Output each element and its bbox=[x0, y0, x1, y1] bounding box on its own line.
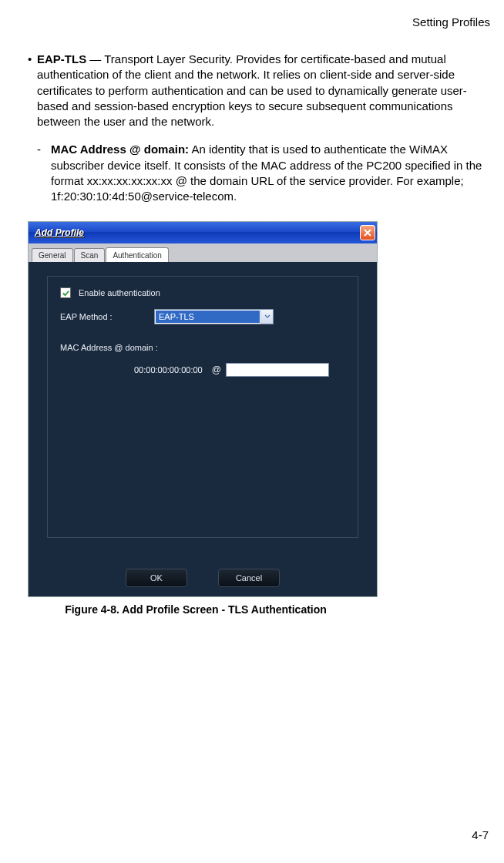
dialog-titlebar: Add Profile bbox=[29, 222, 377, 243]
at-symbol: @ bbox=[212, 364, 221, 375]
chevron-down-icon bbox=[264, 314, 270, 319]
dash-icon: - bbox=[37, 142, 51, 204]
checkmark-icon bbox=[62, 289, 70, 297]
mac-domain-label: MAC Address @ domain : bbox=[60, 343, 345, 352]
tab-authentication[interactable]: Authentication bbox=[106, 247, 168, 263]
eap-tls-term: EAP-TLS bbox=[37, 52, 86, 65]
mac-address-description: - MAC Address @ domain: An identity that… bbox=[14, 142, 490, 204]
enable-auth-checkbox[interactable] bbox=[60, 287, 71, 298]
mac-address-value: 00:00:00:00:00:00 bbox=[134, 365, 203, 374]
page-header-section: Setting Profiles bbox=[14, 15, 490, 29]
tab-scan[interactable]: Scan bbox=[74, 248, 106, 262]
dialog-title: Add Profile bbox=[35, 227, 84, 238]
dropdown-button[interactable] bbox=[260, 310, 273, 324]
auth-panel: Enable authentication EAP Method : EAP-T… bbox=[47, 276, 358, 538]
ok-button[interactable]: OK bbox=[126, 569, 187, 587]
eap-tls-description: • EAP-TLS — Transport Layer Security. Pr… bbox=[14, 52, 490, 129]
cancel-button[interactable]: Cancel bbox=[218, 569, 280, 587]
close-icon bbox=[364, 229, 371, 237]
button-row: OK Cancel bbox=[29, 562, 377, 596]
domain-input[interactable] bbox=[226, 363, 329, 377]
eap-method-value: EAP-TLS bbox=[156, 311, 260, 323]
eap-method-select[interactable]: EAP-TLS bbox=[154, 309, 274, 324]
eap-method-row: EAP Method : EAP-TLS bbox=[60, 309, 345, 324]
enable-auth-row: Enable authentication bbox=[60, 287, 345, 298]
eap-tls-text: — Transport Layer Security. Provides for… bbox=[37, 52, 467, 128]
dialog-body: Enable authentication EAP Method : EAP-T… bbox=[29, 262, 377, 562]
mac-term: MAC Address @ domain: bbox=[51, 143, 189, 156]
close-button[interactable] bbox=[360, 225, 375, 240]
add-profile-dialog: Add Profile General Scan Authentication … bbox=[28, 221, 378, 597]
eap-method-label: EAP Method : bbox=[60, 312, 154, 321]
figure-caption: Figure 4-8. Add Profile Screen - TLS Aut… bbox=[14, 603, 364, 616]
tab-general[interactable]: General bbox=[32, 248, 73, 262]
enable-auth-label: Enable authentication bbox=[79, 288, 160, 297]
mac-domain-row: 00:00:00:00:00:00 @ bbox=[60, 363, 345, 377]
bullet-icon: • bbox=[28, 52, 37, 129]
tab-strip: General Scan Authentication bbox=[29, 243, 377, 262]
page-number: 4-7 bbox=[472, 828, 489, 841]
